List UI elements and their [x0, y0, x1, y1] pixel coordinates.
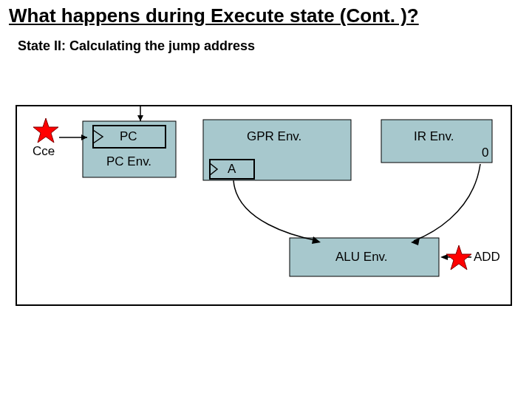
- gpr-env-label: GPR Env.: [247, 129, 301, 144]
- pc-env-label: PC Env.: [106, 154, 151, 169]
- ir-env-label: IR Env.: [414, 129, 454, 144]
- add-arrowhead: [440, 254, 448, 260]
- a-label: A: [228, 162, 236, 177]
- pc-top-arrowhead: [137, 115, 143, 121]
- star-icon-add: [446, 245, 471, 270]
- star-icon-cce: [33, 118, 58, 143]
- diagram-canvas: [0, 0, 532, 399]
- a-to-alu-wire: [233, 180, 318, 241]
- ir-to-alu-wire: [414, 164, 480, 241]
- zero-label: 0: [482, 146, 488, 160]
- cce-label: Cce: [33, 144, 55, 159]
- alu-env-label: ALU Env.: [335, 250, 388, 265]
- pc-label: PC: [120, 129, 137, 144]
- add-label: ADD: [474, 250, 500, 265]
